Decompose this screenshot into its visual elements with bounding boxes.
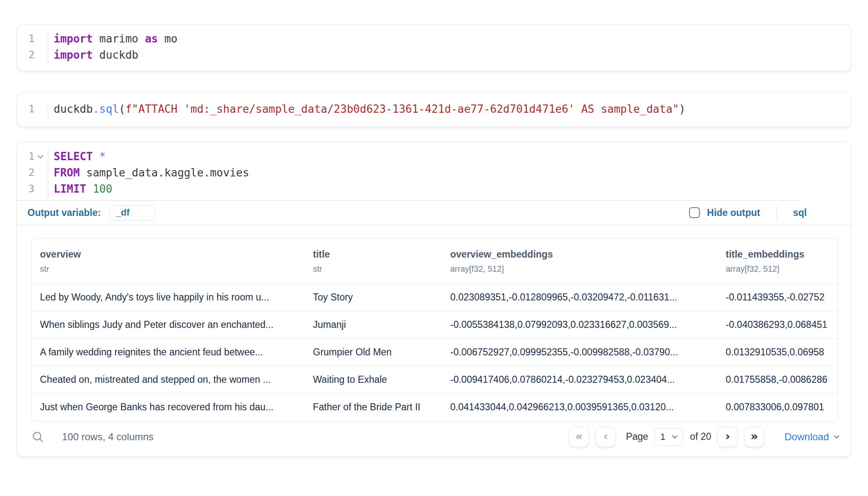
table-cell: Just when George Banks has recovered fro… xyxy=(32,394,305,421)
code-editor[interactable]: 1SELECT *2FROM sample_data.kaggle.movies… xyxy=(17,149,851,197)
code-editor[interactable]: 1duckdb.sql(f"ATTACH 'md:_share/sample_d… xyxy=(17,101,851,117)
fold-toggle[interactable] xyxy=(35,149,48,165)
table-cell: -0.040386293,0.068451 xyxy=(717,311,838,339)
output-variable-label: Output variable: xyxy=(27,207,101,218)
notebook-cell-sql[interactable]: 1SELECT *2FROM sample_data.kaggle.movies… xyxy=(17,141,851,457)
column-name: overview xyxy=(40,249,300,260)
table-cell: -0.009417406,0.07860214,-0.023279453,0.0… xyxy=(442,366,717,394)
section-divider xyxy=(17,225,851,225)
table-row[interactable]: Just when George Banks has recovered fro… xyxy=(32,394,838,421)
double-chevron-left-icon: « xyxy=(575,429,583,443)
code-text: LIMIT 100 xyxy=(48,181,112,197)
gutter-spacer xyxy=(35,101,48,117)
hide-output-checkbox[interactable] xyxy=(689,207,700,218)
column-type: array[f32, 512] xyxy=(726,264,833,274)
table-cell: -0.011439355,-0.02752 xyxy=(717,284,838,311)
table-row[interactable]: When siblings Judy and Peter discover an… xyxy=(32,311,838,339)
code-text: SELECT * xyxy=(48,149,106,165)
row-count-summary: 100 rows, 4 columns xyxy=(62,431,154,443)
table-cell: Grumpier Old Men xyxy=(305,339,442,366)
hide-output-label[interactable]: Hide output xyxy=(707,207,760,218)
column-type: str xyxy=(313,264,438,274)
table-cell: Cheated on, mistreated and stepped on, t… xyxy=(32,366,305,394)
page-select-value: 1 xyxy=(660,432,665,442)
code-line[interactable]: 2FROM sample_data.kaggle.movies xyxy=(17,165,851,181)
line-number: 3 xyxy=(17,181,35,197)
gutter-spacer xyxy=(35,165,48,181)
code-line[interactable]: 1duckdb.sql(f"ATTACH 'md:_share/sample_d… xyxy=(17,101,851,117)
gutter-spacer xyxy=(35,181,48,197)
line-number: 1 xyxy=(17,101,35,117)
chevron-down-icon xyxy=(37,153,43,159)
page-total-label: of 20 xyxy=(690,431,711,442)
table-cell: A family wedding reignites the ancient f… xyxy=(32,339,305,366)
table-cell: Toy Story xyxy=(305,284,442,311)
search-button[interactable] xyxy=(31,430,45,444)
line-number: 2 xyxy=(17,47,35,63)
last-page-button[interactable]: » xyxy=(744,427,764,447)
table-cell: Waiting to Exhale xyxy=(305,366,442,394)
table-row[interactable]: Led by Woody, Andy's toys live happily i… xyxy=(32,284,838,311)
dataframe-table: overviewstrtitlestroverview_embeddingsar… xyxy=(31,238,838,422)
column-header-title[interactable]: titlestr xyxy=(305,238,442,284)
column-name: title xyxy=(313,249,438,260)
column-header-overview_embeddings[interactable]: overview_embeddingsarray[f32, 512] xyxy=(442,238,717,284)
table-cell: Jumanji xyxy=(305,311,442,339)
table-cell: -0.0055384138,0.07992093,0.023316627,0.0… xyxy=(442,311,717,339)
download-button[interactable]: Download xyxy=(784,431,838,443)
code-line[interactable]: 2import duckdb xyxy=(17,47,851,63)
code-text: duckdb.sql(f"ATTACH 'md:_share/sample_da… xyxy=(48,101,685,117)
table-cell: 0.01755858,-0.0086286 xyxy=(717,366,838,394)
chevron-right-icon: › xyxy=(725,429,730,443)
table-cell: Father of the Bride Part II xyxy=(305,394,442,421)
code-editor[interactable]: 1import marimo as mo2import duckdb xyxy=(17,31,851,63)
cell-language-badge: sql xyxy=(793,207,807,218)
column-header-overview[interactable]: overviewstr xyxy=(32,238,305,284)
double-chevron-right-icon: » xyxy=(751,429,758,443)
chevron-down-icon xyxy=(672,433,677,439)
line-number: 2 xyxy=(17,165,35,181)
notebook-cell-imports[interactable]: 1import marimo as mo2import duckdb xyxy=(17,24,851,71)
column-header-title_embeddings[interactable]: title_embeddingsarray[f32, 512] xyxy=(717,238,838,284)
code-text: import marimo as mo xyxy=(48,31,177,47)
table-row[interactable]: Cheated on, mistreated and stepped on, t… xyxy=(32,366,838,394)
download-label: Download xyxy=(784,431,829,443)
table-row[interactable]: A family wedding reignites the ancient f… xyxy=(32,339,838,366)
code-text: FROM sample_data.kaggle.movies xyxy=(48,165,249,181)
column-name: title_embeddings xyxy=(726,249,833,260)
output-variable-input[interactable] xyxy=(110,205,156,221)
code-text: import duckdb xyxy=(48,47,139,63)
table-body: Led by Woody, Andy's toys live happily i… xyxy=(32,284,838,421)
code-line[interactable]: 1SELECT * xyxy=(17,149,851,165)
chevron-down-icon xyxy=(834,433,839,439)
table-cell: -0.006752927,0.099952355,-0.009982588,-0… xyxy=(442,339,717,366)
table-cell: 0.0132910535,0.06958 xyxy=(717,339,838,366)
output-variable-bar: Output variable: Hide output sql xyxy=(17,201,851,225)
next-page-button[interactable]: › xyxy=(717,427,738,447)
table-cell: Led by Woody, Andy's toys live happily i… xyxy=(32,284,305,311)
gutter-spacer xyxy=(35,47,48,63)
code-line[interactable]: 1import marimo as mo xyxy=(17,31,851,47)
notebook-cell-attach[interactable]: 1duckdb.sql(f"ATTACH 'md:_share/sample_d… xyxy=(17,92,851,127)
line-number: 1 xyxy=(17,149,35,165)
page-label: Page xyxy=(626,431,648,442)
code-line[interactable]: 3LIMIT 100 xyxy=(17,181,851,197)
divider xyxy=(776,206,777,220)
table-header-row: overviewstrtitlestroverview_embeddingsar… xyxy=(32,238,838,284)
table-cell: 0.023089351,-0.012809965,-0.03209472,-0.… xyxy=(442,284,717,311)
column-type: str xyxy=(40,264,300,274)
column-name: overview_embeddings xyxy=(450,249,713,260)
first-page-button[interactable]: « xyxy=(569,427,589,447)
line-number: 1 xyxy=(17,31,35,47)
chevron-left-icon: ‹ xyxy=(603,429,608,443)
prev-page-button[interactable]: ‹ xyxy=(595,427,616,447)
search-icon xyxy=(31,430,45,444)
table-cell: 0.007833006,0.097801 xyxy=(717,394,838,421)
page-select[interactable]: 1 xyxy=(654,428,683,446)
table-cell: When siblings Judy and Peter discover an… xyxy=(32,311,305,339)
column-type: array[f32, 512] xyxy=(450,264,713,274)
table-footer: 100 rows, 4 columns « ‹ Page 1 of 20 › »… xyxy=(17,422,851,456)
table-cell: 0.041433044,0.042966213,0.0039591365,0.0… xyxy=(442,394,717,421)
gutter-spacer xyxy=(35,31,48,47)
